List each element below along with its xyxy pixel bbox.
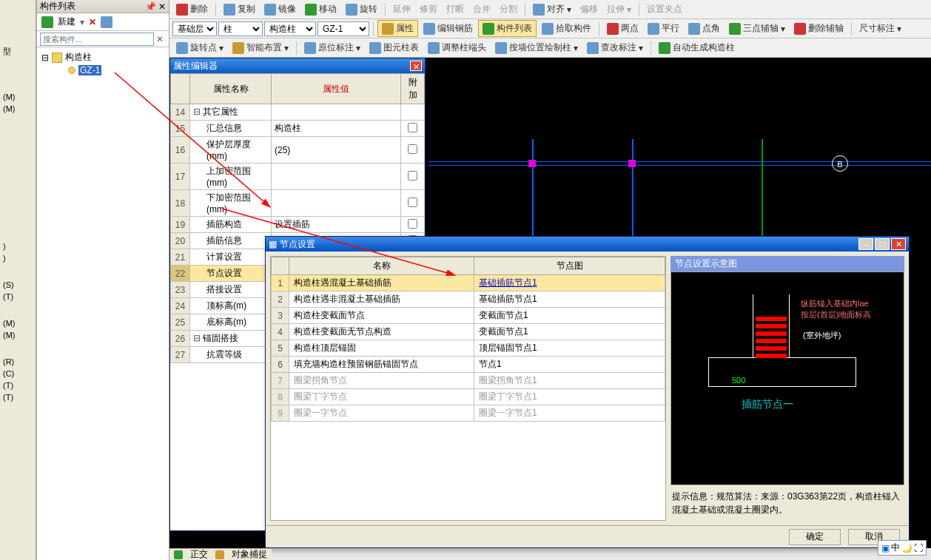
property-row[interactable]: 16保护层厚度(mm)(25)	[171, 137, 425, 163]
node-row[interactable]: 6填充墙构造柱预留钢筋锚固节点节点1	[272, 357, 665, 373]
node-row[interactable]: 2构造柱遇非混凝土基础插筋基础插筋节点1	[272, 291, 665, 308]
copy-button[interactable]: 复制	[220, 1, 259, 17]
tree-label: GZ-1	[78, 65, 101, 75]
bywall-icon	[495, 42, 507, 54]
edit-rebar-button[interactable]: 编辑钢筋	[420, 21, 477, 36]
mirror-button[interactable]: 镜像	[261, 1, 300, 17]
category-combo[interactable]: 柱	[218, 21, 263, 36]
threeaxis-icon	[729, 23, 741, 35]
node-row[interactable]: 4构造柱变截面无节点构造变截面节点1	[272, 324, 665, 340]
dim-button[interactable]: 尺寸标注▾	[856, 21, 905, 36]
move-button[interactable]: 移动	[301, 1, 340, 17]
ime-indicator[interactable]: ▣中🌙⛶	[878, 540, 927, 556]
chkdim-icon	[587, 42, 599, 54]
chamfer-button[interactable]: 点角	[685, 21, 724, 36]
search-input[interactable]	[40, 33, 154, 46]
extra-checkbox[interactable]	[408, 123, 417, 132]
node-table[interactable]: 名称 节点图 1构造柱遇混凝土基础插筋基础插筋节点12构造柱遇非混凝土基础插筋基…	[271, 257, 665, 422]
col-value: 属性值	[272, 74, 401, 104]
property-row[interactable]: 17上加密范围(mm)	[171, 163, 425, 190]
preview-title: 节点设置示意图	[670, 256, 904, 271]
rotnode-icon	[176, 42, 188, 54]
autogen-button[interactable]: 自动生成构造柱	[655, 40, 739, 55]
node-row[interactable]: 1构造柱遇混凝土基础插筋基础插筋节点1	[272, 275, 665, 291]
axis-bubble: B	[832, 155, 848, 172]
twopoint-button[interactable]: 两点	[603, 21, 642, 36]
property-editor-title: 属性编辑器	[173, 60, 218, 72]
property-row[interactable]: 15汇总信息构造柱	[171, 121, 425, 137]
col-extra: 附加	[401, 74, 425, 104]
tree-item-gz1[interactable]: GZ-1	[41, 64, 164, 76]
node-row: 9圈梁一字节点圈梁一字节点1	[272, 405, 665, 422]
node-row[interactable]: 5构造柱顶层锚固顶层锚固节点1	[272, 340, 665, 357]
component-list-panel: 构件列表 📌 ✕ 新建 ▾ ✕ ✕ ⊟ 构造柱 GZ-1	[37, 0, 169, 560]
stretch-button: 拉伸▾	[603, 1, 635, 17]
delete-icon[interactable]: ✕	[89, 17, 96, 27]
node-row: 7圈梁拐角节点圈梁拐角节点1	[272, 373, 665, 389]
align-icon	[533, 4, 545, 16]
extra-checkbox[interactable]	[408, 171, 417, 181]
threeaxis-button[interactable]: 三点辅轴▾	[725, 21, 789, 36]
component-combo[interactable]: GZ-1	[317, 21, 369, 36]
chkdim-button[interactable]: 查改标注▾	[583, 40, 647, 55]
close-icon[interactable]: ✕	[891, 238, 906, 250]
ortho-icon	[174, 550, 183, 559]
osnap-label[interactable]: 对象捕捉	[232, 548, 267, 560]
extra-checkbox[interactable]	[408, 144, 417, 154]
rebar-icon	[423, 23, 435, 35]
parallel-icon	[648, 23, 659, 35]
bywall-button[interactable]: 按墙位置绘制柱▾	[491, 40, 582, 55]
toolbar-context: 基础层 柱 构造柱 GZ-1 属性 编辑钢筋 构件列表 拾取构件 两点 平行 点…	[169, 19, 931, 38]
delete-button[interactable]: 删除	[172, 1, 212, 17]
component-tree[interactable]: ⊟ 构造柱 GZ-1	[37, 47, 169, 79]
copy-icon	[223, 4, 235, 16]
left-category-strip: 型 (M) (M) ) ) (S) (T) (M) (M) (R) (C) (T…	[0, 0, 37, 560]
copy-icon[interactable]	[101, 16, 112, 28]
tree-root[interactable]: ⊟ 构造柱	[41, 50, 164, 64]
maximize-icon[interactable]: □	[875, 238, 890, 250]
rotnode-button[interactable]: 旋转点▾	[172, 40, 227, 55]
graphtbl-icon	[369, 42, 381, 54]
delaxis-button[interactable]: 删除辅轴	[790, 21, 847, 36]
left-lbl: (M)	[0, 317, 36, 329]
node-settings-titlebar[interactable]: ▦节点设置 – □ ✕	[266, 237, 909, 252]
new-icon[interactable]	[41, 16, 53, 28]
minimize-icon[interactable]: –	[858, 238, 873, 250]
property-row[interactable]: 18下加密范围(mm)	[171, 190, 425, 217]
extra-checkbox[interactable]	[408, 219, 417, 229]
node-settings-title: 节点设置	[280, 239, 315, 249]
panel-pin-icon[interactable]: 📌 ✕	[145, 1, 166, 12]
floor-combo[interactable]: 基础层	[172, 21, 217, 36]
node-row: 8圈梁丁字节点圈梁丁字节点1	[272, 389, 665, 405]
status-bar: 正交 对象捕捉	[169, 548, 272, 560]
property-button[interactable]: 属性	[377, 20, 418, 37]
close-icon[interactable]: ✕	[410, 61, 422, 71]
extra-checkbox[interactable]	[408, 198, 417, 207]
parallel-button[interactable]: 平行	[644, 21, 683, 36]
complist-button[interactable]: 构件列表	[478, 20, 537, 37]
adjustend-button[interactable]: 调整柱端头	[424, 40, 490, 55]
align-button[interactable]: 对齐▾	[529, 1, 575, 17]
break-button: 打断	[443, 1, 468, 17]
ok-button[interactable]: 确定	[789, 529, 841, 545]
subcategory-combo[interactable]: 构造柱	[264, 21, 316, 36]
node-preview-panel: 节点设置示意图 纵筋锚入基础内lae 按层(首层)地面标高 (室外地坪) 500…	[670, 256, 904, 521]
col-node-name: 名称	[289, 257, 474, 275]
origin-button[interactable]: 原位标注▾	[300, 40, 364, 55]
pick-icon	[542, 23, 554, 35]
smartplace-button[interactable]: 智能布置▾	[229, 40, 292, 55]
property-editor-titlebar[interactable]: 属性编辑器 ✕	[170, 58, 425, 73]
origin-icon	[304, 42, 316, 54]
graphtbl-button[interactable]: 图元柱表	[366, 40, 423, 55]
property-row[interactable]: 14⊟其它属性	[171, 104, 425, 121]
new-button[interactable]: 新建	[58, 16, 75, 28]
osnap-icon	[215, 550, 224, 559]
pick-button[interactable]: 拾取构件	[538, 21, 595, 36]
preview-hint: 提示信息：规范算法：来源：03G363第22页，构造柱锚入混凝土基础或混凝土圈梁…	[670, 485, 904, 521]
node-row[interactable]: 3构造柱变截面节点变截面节点1	[272, 308, 665, 324]
rotate-button[interactable]: 旋转	[342, 1, 381, 17]
ortho-label[interactable]: 正交	[190, 548, 208, 560]
rotate-icon	[346, 4, 357, 16]
search-clear-icon[interactable]: ✕	[154, 34, 166, 44]
property-row[interactable]: 19插筋构造设置插筋	[171, 217, 425, 233]
